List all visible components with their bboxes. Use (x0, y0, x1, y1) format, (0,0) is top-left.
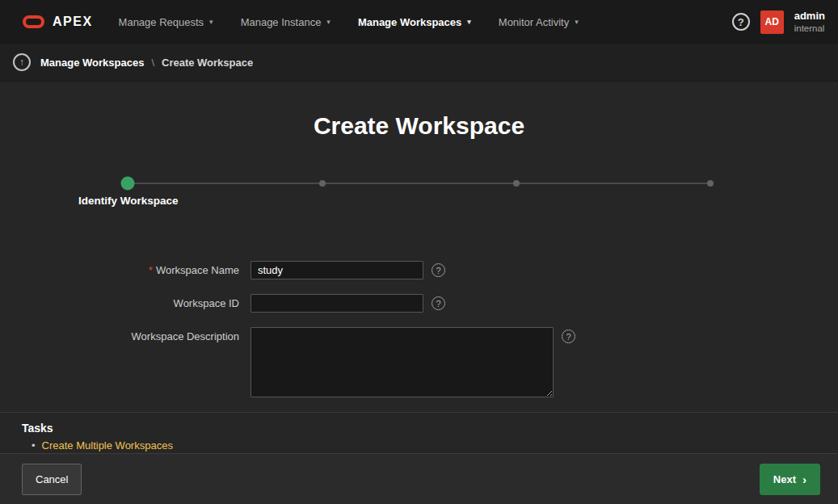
create-workspace-form: *Workspace Name ? Workspace ID ? Workspa… (0, 261, 838, 397)
workspace-name-label-text: Workspace Name (156, 264, 239, 276)
form-row-workspace-id: Workspace ID ? (0, 294, 838, 313)
create-multiple-workspaces-link[interactable]: Create Multiple Workspaces (42, 439, 173, 452)
top-navbar: APEX Manage Requests ▾ Manage Instance ▾… (0, 0, 838, 44)
nav-item-label: Monitor Activity (499, 16, 569, 28)
chevron-down-icon: ▾ (467, 18, 471, 26)
wizard-step-dot-3 (513, 180, 520, 187)
tasks-list: • Create Multiple Workspaces (22, 439, 816, 452)
nav-item-monitor-activity[interactable]: Monitor Activity ▾ (499, 16, 579, 28)
workspace-description-help-icon[interactable]: ? (562, 330, 575, 343)
required-indicator: * (149, 264, 153, 276)
wizard-step-dot-2 (319, 180, 326, 187)
workspace-description-textarea[interactable] (251, 327, 554, 397)
bullet-icon: • (32, 439, 36, 452)
form-row-workspace-name: *Workspace Name ? (0, 261, 838, 279)
wizard-train-line (128, 183, 710, 184)
workspace-id-help-icon[interactable]: ? (432, 296, 445, 310)
workspace-description-label-text: Workspace Description (132, 330, 239, 342)
oracle-logo-icon (23, 15, 44, 28)
next-button[interactable]: Next › (760, 464, 820, 495)
wizard-progress-train: Identify Workspace (0, 175, 838, 227)
chevron-down-icon: ▾ (575, 18, 579, 26)
wizard-step-dot-1-active (121, 177, 135, 191)
wizard-button-bar: Cancel Next › (0, 453, 838, 504)
nav-item-label: Manage Workspaces (358, 16, 461, 28)
brand-label: APEX (53, 15, 93, 29)
breadcrumb: ↑ Manage Workspaces \ Create Workspace (0, 44, 838, 82)
list-item: • Create Multiple Workspaces (22, 439, 816, 452)
nav-item-label: Manage Instance (241, 16, 322, 28)
tasks-region: Tasks • Create Multiple Workspaces (0, 412, 838, 452)
workspace-description-label: Workspace Description (0, 327, 251, 342)
main-content: Create Workspace Identify Workspace *Wor… (0, 112, 838, 452)
workspace-id-label-text: Workspace ID (174, 297, 239, 309)
avatar[interactable]: AD (760, 10, 784, 34)
workspace-id-label: Workspace ID (0, 297, 251, 309)
wizard-current-step-label: Identify Workspace (78, 195, 179, 207)
user-name: admin (794, 10, 825, 23)
form-row-workspace-description: Workspace Description ? (0, 327, 838, 397)
nav-item-manage-requests[interactable]: Manage Requests ▾ (119, 16, 213, 28)
nav-item-label: Manage Requests (119, 16, 204, 28)
cancel-button[interactable]: Cancel (22, 464, 82, 495)
wizard-step-dot-4 (707, 180, 714, 187)
next-button-label: Next (773, 473, 796, 485)
workspace-name-label: *Workspace Name (0, 264, 251, 276)
nav-item-manage-instance[interactable]: Manage Instance ▾ (241, 16, 331, 28)
up-arrow-icon[interactable]: ↑ (13, 53, 31, 71)
page-title: Create Workspace (0, 112, 838, 140)
chevron-down-icon: ▾ (326, 18, 331, 26)
chevron-down-icon: ▾ (209, 18, 213, 26)
help-icon[interactable]: ? (732, 13, 750, 31)
breadcrumb-current: Create Workspace (162, 57, 253, 69)
user-realm: internal (794, 23, 825, 34)
nav-item-manage-workspaces[interactable]: Manage Workspaces ▾ (358, 16, 471, 28)
user-menu[interactable]: admin internal (794, 10, 825, 35)
workspace-id-input[interactable] (251, 294, 423, 313)
breadcrumb-separator: \ (151, 57, 154, 69)
navbar-right: ? AD admin internal (732, 10, 825, 35)
breadcrumb-parent-link[interactable]: Manage Workspaces (40, 57, 144, 69)
brand-home-link[interactable]: APEX (23, 15, 93, 29)
workspace-name-input[interactable] (251, 261, 423, 279)
main-nav: Manage Requests ▾ Manage Instance ▾ Mana… (119, 16, 579, 28)
workspace-name-help-icon[interactable]: ? (432, 263, 445, 277)
chevron-right-icon: › (802, 473, 806, 485)
tasks-title: Tasks (22, 422, 816, 435)
